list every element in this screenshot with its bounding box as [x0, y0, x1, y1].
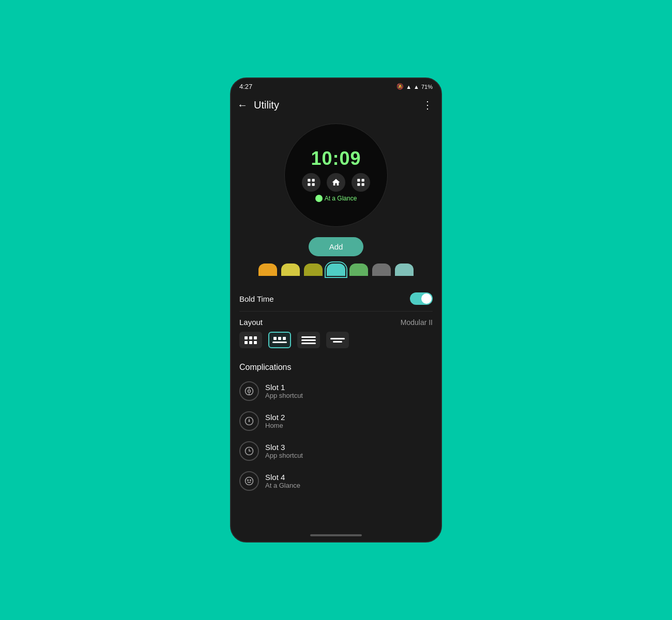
slot1-text: Slot 1 App shortcut	[265, 383, 303, 399]
layout-dot	[254, 341, 257, 344]
layout-dot	[245, 341, 248, 344]
layout-option-modular2[interactable]	[268, 332, 291, 348]
home-icon	[331, 178, 341, 187]
layout-dot	[273, 337, 277, 340]
slot4-text: Slot 4 At a Glance	[265, 473, 300, 489]
svg-rect-4	[357, 179, 360, 181]
layout-bar-sm	[333, 341, 342, 343]
toggle-knob	[421, 293, 432, 304]
back-button[interactable]: ←	[237, 97, 252, 113]
grid-icon	[307, 178, 316, 187]
watch-slot1-icon[interactable]	[302, 173, 320, 192]
home-indicator	[231, 529, 441, 541]
layout-option-list[interactable]	[297, 332, 320, 348]
swatch-orange[interactable]	[258, 264, 277, 276]
watch-time-display: 10:09	[311, 148, 361, 169]
complications-section: Complications Slot 1 App shortcut	[231, 357, 441, 496]
watch-shortcuts	[302, 173, 370, 192]
complication-slot2[interactable]: Slot 2 Home	[239, 406, 433, 436]
status-time: 4:27	[239, 83, 252, 90]
svg-rect-2	[308, 183, 310, 185]
ataglance-dot-icon	[315, 195, 323, 202]
layout-selected-label: Modular II	[401, 318, 433, 327]
svg-rect-6	[357, 183, 360, 185]
complication-slot4[interactable]: Slot 4 At a Glance	[239, 466, 433, 496]
slot2-name: Slot 2	[265, 413, 285, 422]
layout-dot	[249, 336, 252, 339]
layout-bar	[301, 343, 316, 344]
layout-header: Layout Modular II	[239, 312, 433, 332]
svg-rect-7	[362, 183, 364, 185]
slot4-name: Slot 4	[265, 473, 300, 482]
svg-rect-5	[362, 179, 364, 181]
watch-slot3-icon[interactable]	[352, 173, 370, 192]
svg-point-9	[248, 390, 251, 393]
layout-dot	[245, 336, 248, 339]
watch-face-preview[interactable]: 10:09	[284, 123, 388, 227]
svg-point-18	[250, 480, 251, 481]
swatch-yellow[interactable]	[281, 264, 300, 276]
battery-percent: 71%	[421, 84, 433, 90]
signal-icon: ▲	[414, 84, 419, 90]
add-button[interactable]: Add	[309, 237, 364, 256]
swatch-green[interactable]	[349, 264, 368, 276]
layout-dot	[249, 341, 252, 344]
watch-slot2-icon[interactable]	[327, 173, 345, 192]
slot4-subtitle: At a Glance	[265, 482, 300, 489]
slot2-icon	[239, 411, 259, 431]
layout-bar	[330, 338, 345, 339]
slot1-name: Slot 1	[265, 383, 303, 392]
slot2-text: Slot 2 Home	[265, 413, 285, 429]
layout-bar	[272, 342, 287, 343]
svg-point-16	[246, 477, 253, 485]
status-bar: 4:27 🔕 ▲ ▲ 71%	[231, 79, 441, 92]
swatch-olive[interactable]	[304, 264, 323, 276]
layout-option-minimal[interactable]	[326, 332, 349, 348]
layout-dot	[254, 336, 257, 339]
wifi-icon: ▲	[406, 84, 411, 90]
grid2-icon	[356, 178, 365, 187]
page-title: Utility	[254, 99, 420, 111]
layout-section: Layout Modular II	[231, 312, 441, 357]
swatch-teal[interactable]	[327, 264, 345, 276]
svg-rect-3	[312, 183, 315, 185]
bold-time-section: Bold Time	[231, 286, 441, 312]
layout-dot-row2	[245, 341, 257, 344]
svg-point-17	[248, 480, 249, 481]
complication-slot1[interactable]: Slot 1 App shortcut	[239, 376, 433, 406]
more-options-button[interactable]: ⋮	[420, 97, 435, 113]
watch-ataglance: At a Glance	[315, 195, 357, 202]
layout-options	[239, 332, 433, 357]
layout-bar	[301, 339, 316, 341]
slot2-subtitle: Home	[265, 422, 285, 429]
modular-row1	[273, 337, 286, 340]
mute-icon: 🔕	[396, 83, 404, 90]
swatch-gray[interactable]	[372, 264, 391, 276]
bold-time-label: Bold Time	[239, 295, 274, 303]
layout-bar	[301, 336, 316, 338]
layout-dot	[278, 337, 281, 340]
svg-rect-0	[308, 179, 310, 181]
slot1-icon	[239, 381, 259, 401]
bold-time-row: Bold Time	[239, 286, 433, 312]
layout-option-grid[interactable]	[239, 332, 262, 348]
slot4-icon	[239, 471, 259, 491]
slot3-subtitle: App shortcut	[265, 452, 303, 459]
complications-title: Complications	[239, 357, 433, 376]
main-content: 10:09	[231, 119, 441, 529]
app-header: ← Utility ⋮	[231, 92, 441, 119]
bold-time-toggle[interactable]	[410, 292, 433, 305]
slot1-subtitle: App shortcut	[265, 392, 303, 399]
slot3-icon	[239, 441, 259, 461]
color-swatches	[250, 264, 422, 276]
complication-slot3[interactable]: Slot 3 App shortcut	[239, 436, 433, 466]
swatch-light-teal[interactable]	[395, 264, 414, 276]
slot3-name: Slot 3	[265, 443, 303, 452]
layout-title: Layout	[239, 318, 263, 327]
layout-dot	[283, 337, 286, 340]
layout-dot-row	[245, 336, 257, 339]
ataglance-label: At a Glance	[325, 195, 357, 202]
svg-rect-1	[312, 179, 315, 181]
slot3-text: Slot 3 App shortcut	[265, 443, 303, 459]
home-bar	[310, 534, 362, 536]
